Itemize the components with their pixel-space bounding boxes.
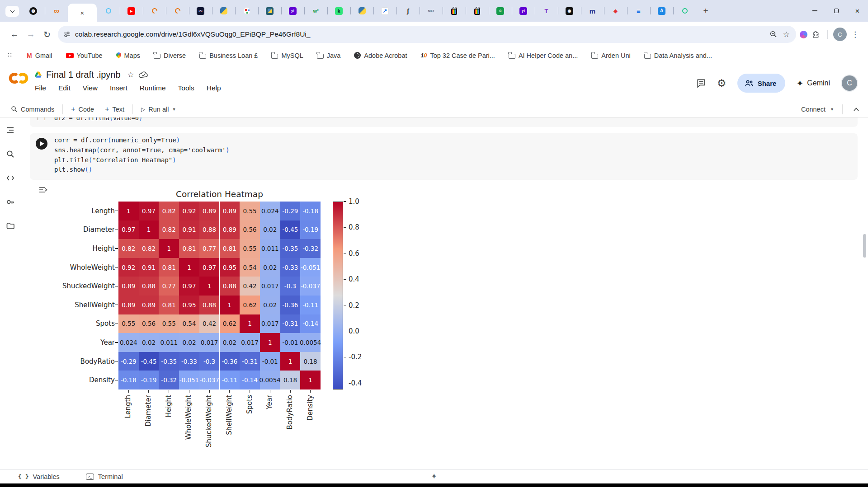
folder-icon — [644, 54, 651, 59]
apps-grid-icon[interactable] — [7, 52, 13, 58]
forward-button[interactable]: → — [23, 26, 39, 42]
tab-python-dark[interactable] — [258, 0, 281, 22]
browser-menu-kebab-icon[interactable]: ⋮ — [849, 30, 862, 39]
bookmark-mysql[interactable]: MySQL — [271, 52, 303, 59]
tab-m-site[interactable]: m — [581, 0, 604, 22]
colab-logo-icon[interactable] — [8, 71, 29, 101]
tab-lambda[interactable]: (Λ) — [189, 0, 212, 22]
gemini-spark-bottom-icon[interactable]: ✦ — [431, 472, 437, 481]
menu-runtime[interactable]: Runtime — [139, 83, 172, 93]
back-button[interactable]: ← — [6, 26, 23, 42]
scrollbar-thumb[interactable] — [863, 234, 866, 258]
add-code-cell-button[interactable]: + Code — [67, 103, 98, 115]
heatmap-cell: 0.62 — [240, 296, 260, 314]
bookmark-business-loan[interactable]: Business Loan £ — [199, 52, 258, 59]
tab-shopping-bag-2[interactable] — [466, 0, 489, 22]
tab-list-chevron-button[interactable] — [5, 6, 19, 17]
tab-yahoo-1[interactable]: y! — [281, 0, 304, 22]
connect-dropdown-icon[interactable]: ▾ — [831, 107, 833, 112]
bookmark-youtube[interactable]: YouTube — [66, 52, 103, 59]
collapse-toolbar-chevron[interactable] — [853, 107, 860, 112]
notebook-title[interactable]: Final 1 draft .ipynb — [46, 70, 121, 80]
tab-orange-ring-2[interactable] — [166, 0, 189, 22]
address-bar[interactable]: colab.research.google.com/drive/1Gdl6xVQ… — [58, 26, 796, 43]
tab-swan[interactable]: ∫ — [396, 0, 420, 22]
terminal-panel-button[interactable]: >_ Terminal — [86, 473, 123, 480]
gemini-button[interactable]: ✦ Gemini — [796, 78, 830, 89]
bookmark-ai-helper-code-an[interactable]: AI Helper Code an... — [509, 52, 578, 59]
heatmap-cell: -0.11 — [300, 296, 321, 314]
extensions-puzzle-icon[interactable] — [807, 26, 824, 42]
menu-help[interactable]: Help — [206, 83, 227, 93]
tab-python[interactable] — [212, 0, 235, 22]
tab-youtube[interactable]: ▶ — [120, 0, 143, 22]
cloud-saved-icon[interactable] — [138, 71, 148, 79]
axis-tick — [189, 390, 189, 393]
commands-button[interactable]: Commands — [7, 104, 58, 115]
browser-profile-avatar[interactable]: C — [833, 28, 847, 41]
heatmap-row-label: Year — [29, 338, 115, 347]
run-all-dropdown-icon[interactable]: ▾ — [173, 107, 175, 112]
tab-shopping-bag-1[interactable] — [443, 0, 466, 22]
menu-tools[interactable]: Tools — [178, 83, 200, 93]
heatmap-col-label: WholeWeight — [184, 395, 193, 440]
settings-gear-icon[interactable]: ⚙ — [717, 78, 726, 89]
bookmarks-items: MGmailYouTubeMapsDiverseBusiness Loan £M… — [27, 52, 712, 59]
bookmark-java[interactable]: Java — [317, 52, 341, 59]
menu-edit[interactable]: Edit — [58, 83, 76, 93]
extension-brain-icon[interactable] — [800, 31, 807, 38]
tab-kaggle[interactable]: k — [327, 0, 350, 22]
tab-chart[interactable]: ↗ — [373, 0, 396, 22]
tab-black-bot[interactable]: ◉ — [558, 0, 581, 22]
bookmark-diverse[interactable]: Diverse — [154, 52, 186, 59]
colab-account-avatar[interactable]: C — [841, 75, 858, 92]
star-notebook-icon[interactable]: ☆ — [127, 70, 134, 80]
tab-nist[interactable]: NIST — [420, 0, 443, 22]
tab-oc-green[interactable] — [673, 0, 696, 22]
close-tab-icon[interactable]: × — [80, 9, 85, 16]
minimize-button[interactable] — [804, 0, 826, 22]
comments-button[interactable] — [696, 78, 706, 88]
bookmark-maps[interactable]: Maps — [116, 52, 140, 59]
add-text-cell-button[interactable]: + Text — [101, 103, 128, 115]
tab-python-2[interactable] — [350, 0, 373, 22]
bookmark-star-icon[interactable]: ☆ — [783, 30, 790, 39]
zoom-icon[interactable] — [769, 30, 778, 38]
tab-a-blue[interactable]: A — [650, 0, 673, 22]
maximize-button[interactable] — [826, 0, 847, 22]
menu-file[interactable]: File — [34, 83, 52, 93]
tab-ring-blue[interactable] — [97, 0, 120, 22]
bookmark-adobe-acrobat[interactable]: Adobe Acrobat — [354, 52, 407, 59]
tab-kite[interactable]: ◆ — [604, 0, 627, 22]
close-window-button[interactable]: × — [847, 0, 868, 22]
heatmap-cell: 1 — [220, 296, 240, 314]
bookmark-top-32-case-de-pari[interactable]: 10Top 32 Case de Pari... — [421, 52, 495, 59]
colab-menu-bar: FileEditViewInsertRuntimeToolsHelp — [34, 83, 233, 93]
tab-green-bot[interactable]: ☺ — [489, 0, 512, 22]
tab-orange-ring-1[interactable] — [143, 0, 166, 22]
tab-colab[interactable]: co — [45, 0, 68, 22]
bookmark-arden-uni[interactable]: Arden Uni — [591, 52, 630, 59]
variables-panel-button[interactable]: { } Variables — [18, 473, 60, 480]
tab-yahoo-2[interactable]: y! — [512, 0, 535, 22]
reload-button[interactable]: ↻ — [39, 26, 55, 42]
menu-view[interactable]: View — [82, 83, 104, 93]
tab-confetti[interactable] — [235, 0, 258, 22]
url-text[interactable]: colab.research.google.com/drive/1Gdl6xVQ… — [75, 30, 769, 38]
tab-w3schools[interactable]: w³ — [304, 0, 327, 22]
tab-colab-active-active[interactable]: × — [68, 4, 97, 22]
connect-button[interactable]: Connect ▾ — [797, 104, 838, 115]
bookmark-gmail[interactable]: MGmail — [27, 52, 52, 59]
share-button[interactable]: Share — [737, 74, 786, 93]
bookmark-data-analysis-and[interactable]: Data Analysis and... — [644, 52, 712, 59]
site-info-icon[interactable] — [63, 31, 71, 38]
python-favicon — [220, 7, 227, 14]
new-tab-button[interactable]: + — [699, 4, 712, 18]
tab-chatgpt[interactable]: ⊛ — [22, 0, 45, 22]
run-all-button[interactable]: ▷ Run all ▾ — [137, 104, 179, 115]
tab-blue-lines[interactable]: ≡ — [627, 0, 650, 22]
folder-icon — [317, 54, 324, 59]
tab-t-plus[interactable]: T — [535, 0, 558, 22]
share-label: Share — [758, 80, 777, 87]
menu-insert[interactable]: Insert — [109, 83, 133, 93]
